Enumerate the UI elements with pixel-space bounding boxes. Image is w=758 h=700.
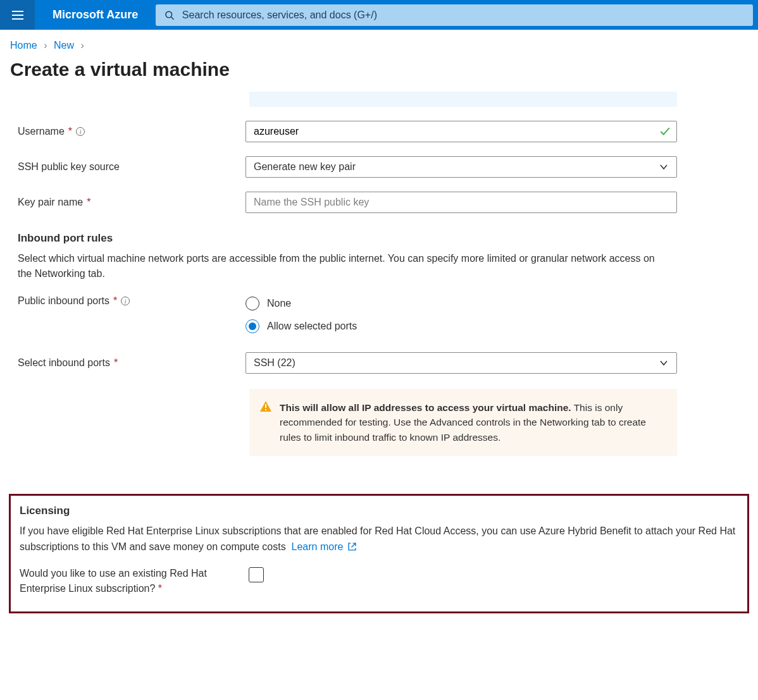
radio-allow-selected[interactable]: Allow selected ports [245,319,677,333]
required-asterisk: * [158,583,162,594]
required-asterisk: * [114,357,118,369]
svg-line-5 [351,543,356,548]
svg-rect-3 [265,404,266,408]
menu-button[interactable] [0,0,35,30]
radio-none-label: None [267,298,291,309]
radio-checked-icon [245,319,259,333]
search-input[interactable] [182,9,744,21]
required-asterisk: * [68,126,72,137]
brand-label: Microsoft Azure [35,8,156,21]
field-keypair: Key pair name * [18,192,677,213]
licensing-checkbox-label: Would you like to use an existing Red Ha… [20,566,240,596]
info-icon[interactable]: i [121,297,130,305]
keypair-label: Key pair name * [18,197,245,208]
chevron-down-icon [659,162,669,172]
search-icon [165,10,175,20]
breadcrumb-new[interactable]: New [54,40,74,51]
public-ports-radio-group: None Allow selected ports [245,295,677,333]
top-bar: Microsoft Azure [0,0,758,30]
required-asterisk: * [87,197,90,208]
licensing-desc: If you have eligible Red Hat Enterprise … [20,524,738,555]
svg-point-0 [166,11,172,18]
chevron-right-icon: › [77,40,87,51]
learn-more-link[interactable]: Learn more [292,541,356,552]
info-icon[interactable]: i [76,127,85,136]
select-ports-value: SSH (22) [254,357,295,369]
warning-callout: This will allow all IP addresses to acce… [249,389,677,456]
form-area: Username * i SSH public key source Gener… [0,92,677,456]
licensing-checkbox[interactable] [249,567,264,582]
hamburger-icon [12,11,23,20]
info-strip [249,92,677,107]
licensing-checkbox-row: Would you like to use an existing Red Ha… [20,566,738,596]
username-label: Username * i [18,126,245,137]
chevron-down-icon [659,358,669,368]
required-asterisk: * [113,295,117,307]
breadcrumb: Home › New › [0,30,758,56]
warning-strong: This will allow all IP addresses to acce… [280,402,571,413]
radio-allow-label: Allow selected ports [267,321,357,332]
svg-line-1 [171,16,174,19]
radio-unchecked-icon [245,297,259,310]
ssh-source-label: SSH public key source [18,161,245,173]
page-title: Create a virtual machine [0,56,758,92]
chevron-right-icon: › [40,40,51,51]
public-ports-label: Public inbound ports * i [18,295,245,307]
global-search[interactable] [156,4,753,26]
select-ports-label: Select inbound ports * [18,357,245,369]
field-select-ports: Select inbound ports * SSH (22) [18,352,677,374]
inbound-desc: Select which virtual machine network por… [18,251,669,281]
username-input[interactable] [245,121,677,142]
checkmark-icon [659,126,671,137]
warning-icon [259,400,272,413]
breadcrumb-home[interactable]: Home [10,40,37,51]
svg-rect-4 [265,409,266,410]
field-username: Username * i [18,121,677,142]
radio-none[interactable]: None [245,297,677,310]
external-link-icon [348,543,356,551]
licensing-section: Licensing If you have eligible Red Hat E… [9,494,749,614]
inbound-heading: Inbound port rules [18,232,677,245]
licensing-heading: Licensing [20,505,738,517]
field-ssh-source: SSH public key source Generate new key p… [18,156,677,178]
select-ports-dropdown[interactable]: SSH (22) [245,352,677,374]
field-public-ports: Public inbound ports * i None Allow sele… [18,295,677,333]
ssh-source-value: Generate new key pair [254,161,356,173]
ssh-source-select[interactable]: Generate new key pair [245,156,677,178]
keypair-input[interactable] [245,192,677,213]
